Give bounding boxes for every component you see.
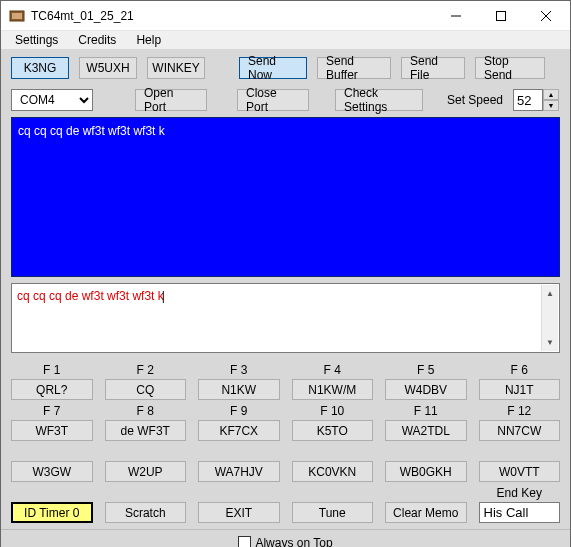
- macro-wb0gkh-button[interactable]: WB0GKH: [385, 461, 467, 482]
- f7-label: F 7: [43, 404, 60, 419]
- macro-w2up-button[interactable]: W2UP: [105, 461, 187, 482]
- speed-input[interactable]: [513, 89, 543, 111]
- svg-rect-1: [12, 13, 22, 19]
- window-title: TC64mt_01_25_21: [31, 9, 433, 23]
- set-speed-label: Set Speed: [447, 93, 503, 107]
- f9-label: F 9: [230, 404, 247, 419]
- tx-input-area[interactable]: cq cq cq de wf3t wf3t wf3t k ▲ ▼: [11, 283, 560, 353]
- close-button[interactable]: [523, 1, 568, 30]
- end-key-input[interactable]: [479, 502, 561, 523]
- f6-button[interactable]: NJ1T: [479, 379, 561, 400]
- send-now-button[interactable]: Send Now: [239, 57, 307, 79]
- f4-label: F 4: [324, 363, 341, 378]
- f2-label: F 2: [137, 363, 154, 378]
- winkey-button[interactable]: WINKEY: [147, 57, 205, 79]
- w5uxh-button[interactable]: W5UXH: [79, 57, 137, 79]
- id-timer-button[interactable]: ID Timer 0: [11, 502, 93, 523]
- f10-button[interactable]: K5TO: [292, 420, 374, 441]
- scroll-down-icon[interactable]: ▼: [542, 334, 558, 351]
- f3-button[interactable]: N1KW: [198, 379, 280, 400]
- maximize-button[interactable]: [478, 1, 523, 30]
- f8-label: F 8: [137, 404, 154, 419]
- com-port-select[interactable]: COM4: [11, 89, 93, 111]
- scratch-button[interactable]: Scratch: [105, 502, 187, 523]
- tx-log-area: cq cq cq de wf3t wf3t wf3t k: [11, 117, 560, 277]
- f7-button[interactable]: WF3T: [11, 420, 93, 441]
- send-buffer-button[interactable]: Send Buffer: [317, 57, 391, 79]
- f11-label: F 11: [414, 404, 438, 419]
- open-port-button[interactable]: Open Port: [135, 89, 207, 111]
- always-on-top-checkbox[interactable]: [238, 536, 251, 547]
- speed-down-button[interactable]: ▼: [543, 100, 559, 111]
- send-file-button[interactable]: Send File: [401, 57, 465, 79]
- f1-label: F 1: [43, 363, 60, 378]
- macro-wa7hjv-button[interactable]: WA7HJV: [198, 461, 280, 482]
- end-key-label: End Key: [497, 486, 542, 501]
- exit-button[interactable]: EXIT: [198, 502, 280, 523]
- macro-kc0vkn-button[interactable]: KC0VKN: [292, 461, 374, 482]
- speed-up-button[interactable]: ▲: [543, 89, 559, 100]
- f2-button[interactable]: CQ: [105, 379, 187, 400]
- scrollbar[interactable]: ▲ ▼: [541, 285, 558, 351]
- f10-label: F 10: [320, 404, 344, 419]
- f12-button[interactable]: NN7CW: [479, 420, 561, 441]
- f5-button[interactable]: W4DBV: [385, 379, 467, 400]
- f3-label: F 3: [230, 363, 247, 378]
- app-icon: [9, 8, 25, 24]
- f11-button[interactable]: WA2TDL: [385, 420, 467, 441]
- macro-w3gw-button[interactable]: W3GW: [11, 461, 93, 482]
- tx-input-text: cq cq cq de wf3t wf3t wf3t k: [17, 289, 165, 303]
- stop-send-button[interactable]: Stop Send: [475, 57, 545, 79]
- scroll-up-icon[interactable]: ▲: [542, 285, 558, 302]
- check-settings-button[interactable]: Check Settings: [335, 89, 423, 111]
- f8-button[interactable]: de WF3T: [105, 420, 187, 441]
- macro-w0vtt-button[interactable]: W0VTT: [479, 461, 561, 482]
- tx-log-text: cq cq cq de wf3t wf3t wf3t k: [18, 124, 165, 138]
- close-port-button[interactable]: Close Port: [237, 89, 309, 111]
- menu-credits[interactable]: Credits: [72, 32, 122, 48]
- f4-button[interactable]: N1KW/M: [292, 379, 374, 400]
- minimize-button[interactable]: [433, 1, 478, 30]
- svg-rect-3: [496, 11, 505, 20]
- clear-memo-button[interactable]: Clear Memo: [385, 502, 467, 523]
- menu-help[interactable]: Help: [130, 32, 167, 48]
- f1-button[interactable]: QRL?: [11, 379, 93, 400]
- tune-button[interactable]: Tune: [292, 502, 374, 523]
- f6-label: F 6: [511, 363, 528, 378]
- f9-button[interactable]: KF7CX: [198, 420, 280, 441]
- always-on-top-label: Always on Top: [255, 536, 332, 548]
- f5-label: F 5: [417, 363, 434, 378]
- k3ng-button[interactable]: K3NG: [11, 57, 69, 79]
- f12-label: F 12: [507, 404, 531, 419]
- menu-settings[interactable]: Settings: [9, 32, 64, 48]
